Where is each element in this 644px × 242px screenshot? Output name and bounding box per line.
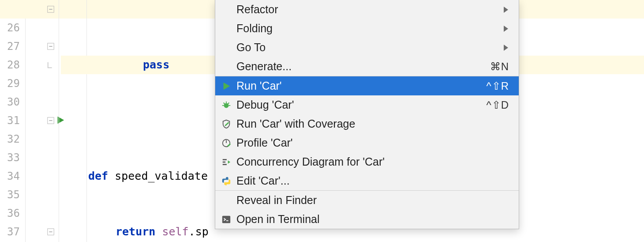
python-icon bbox=[221, 175, 232, 187]
menu-item-goto[interactable]: Go To bbox=[215, 38, 519, 57]
fold-toggle-icon[interactable] bbox=[47, 5, 55, 13]
menu-label: Generate... bbox=[236, 60, 490, 73]
run-icon bbox=[221, 80, 232, 92]
line-number[interactable]: 27 bbox=[0, 37, 25, 56]
shortcut-label: ⌘N bbox=[490, 60, 509, 73]
gutter-marker-column bbox=[26, 0, 43, 242]
menu-label: Concurrency Diagram for 'Car' bbox=[236, 155, 509, 168]
submenu-arrow-icon bbox=[504, 7, 508, 13]
menu-item-profile[interactable]: Profile 'Car' bbox=[215, 133, 519, 152]
menu-label: Profile 'Car' bbox=[236, 136, 509, 149]
menu-item-refactor[interactable]: Refactor bbox=[215, 0, 519, 19]
menu-label: Run 'Car' with Coverage bbox=[236, 117, 509, 130]
line-number[interactable]: 33 bbox=[0, 148, 25, 167]
fold-end-icon[interactable] bbox=[47, 61, 55, 69]
fold-toggle-icon[interactable] bbox=[47, 42, 55, 50]
context-menu: Refactor Folding Go To Generate... ⌘N Ru… bbox=[215, 0, 519, 229]
menu-label: Reveal in Finder bbox=[236, 194, 509, 207]
line-number[interactable]: 30 bbox=[0, 93, 25, 111]
menu-label: Folding bbox=[236, 22, 509, 35]
self-ref: self bbox=[162, 225, 188, 238]
keyword-def: def bbox=[88, 170, 108, 182]
profile-icon bbox=[221, 137, 232, 149]
menu-item-concurrency[interactable]: Concurrency Diagram for 'Car' bbox=[215, 152, 519, 171]
submenu-arrow-icon bbox=[504, 26, 508, 32]
svg-line-12 bbox=[224, 102, 225, 104]
shortcut-label: ^⇧D bbox=[486, 99, 509, 111]
function-name: speed_validate bbox=[115, 170, 208, 182]
menu-label: Edit 'Car'... bbox=[236, 174, 509, 187]
line-number[interactable]: 29 bbox=[0, 74, 25, 93]
fold-gutter bbox=[43, 0, 59, 242]
menu-label: Debug 'Car' bbox=[236, 98, 486, 111]
menu-item-debug[interactable]: Debug 'Car' ^⇧D bbox=[215, 95, 519, 114]
line-number[interactable]: 35 bbox=[0, 185, 25, 204]
line-number[interactable]: 31 bbox=[0, 111, 25, 130]
menu-label: Refactor bbox=[236, 3, 509, 16]
line-number-gutter: 25 26 27 28 29 30 31 32 33 34 35 36 37 bbox=[0, 0, 26, 242]
line-number[interactable]: 26 bbox=[0, 19, 25, 37]
keyword-return: return bbox=[116, 225, 155, 238]
line-number[interactable]: 34 bbox=[0, 167, 25, 185]
menu-item-edit-config[interactable]: Edit 'Car'... bbox=[215, 171, 519, 190]
bug-icon bbox=[221, 99, 232, 111]
shortcut-label: ^⇧R bbox=[486, 80, 509, 92]
coverage-icon bbox=[221, 118, 232, 130]
attr-ref: .sp bbox=[189, 225, 209, 238]
line-number[interactable]: 37 bbox=[0, 223, 25, 241]
line-number[interactable]: 36 bbox=[0, 204, 25, 223]
menu-label: Run 'Car' bbox=[236, 79, 486, 92]
line-number[interactable]: 32 bbox=[0, 130, 25, 148]
fold-toggle-icon[interactable] bbox=[47, 117, 55, 125]
keyword-pass: pass bbox=[143, 58, 169, 71]
fold-toggle-icon[interactable] bbox=[47, 228, 55, 236]
menu-item-folding[interactable]: Folding bbox=[215, 19, 519, 38]
submenu-arrow-icon bbox=[504, 45, 508, 51]
menu-label: Open in Terminal bbox=[236, 213, 509, 226]
menu-item-generate[interactable]: Generate... ⌘N bbox=[215, 57, 519, 76]
menu-item-reveal-finder[interactable]: Reveal in Finder bbox=[215, 191, 519, 210]
line-number[interactable]: 28 bbox=[0, 56, 25, 74]
svg-rect-18 bbox=[222, 216, 230, 223]
menu-item-coverage[interactable]: Run 'Car' with Coverage bbox=[215, 114, 519, 133]
concurrency-icon bbox=[221, 156, 232, 168]
menu-label: Go To bbox=[236, 41, 509, 54]
svg-line-13 bbox=[228, 102, 229, 104]
menu-item-run[interactable]: Run 'Car' ^⇧R bbox=[215, 76, 519, 95]
menu-item-open-terminal[interactable]: Open in Terminal bbox=[215, 210, 519, 229]
terminal-icon bbox=[221, 214, 232, 225]
